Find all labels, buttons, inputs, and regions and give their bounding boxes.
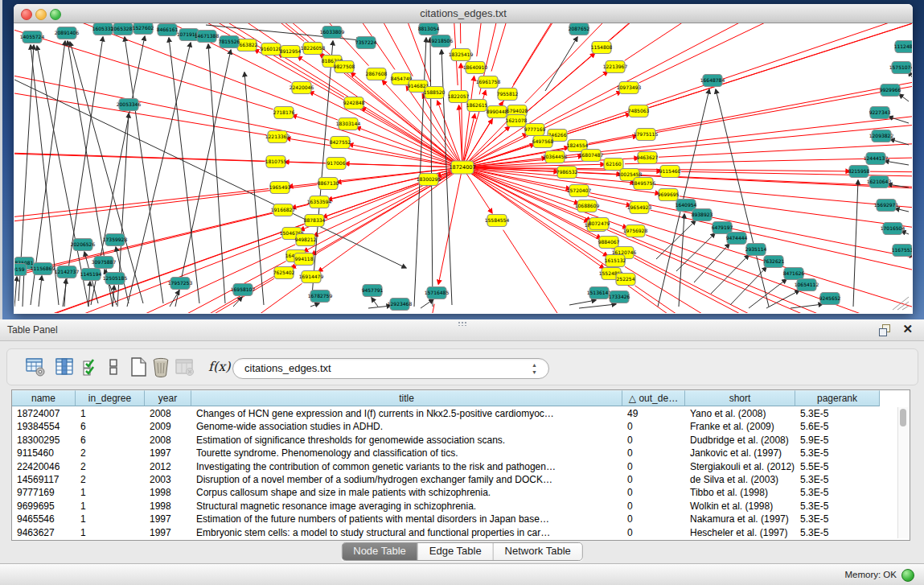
black-edge[interactable] bbox=[88, 282, 90, 307]
graph-node[interactable]: 9498212 bbox=[295, 234, 317, 246]
graph-node[interactable]: 8990448 bbox=[487, 106, 508, 118]
table-settings-icon[interactable] bbox=[25, 356, 46, 377]
graph-node[interactable]: 15692971 bbox=[874, 200, 899, 212]
graph-node[interactable]: 1145194 bbox=[80, 269, 102, 281]
graph-node[interactable]: 7986532 bbox=[556, 167, 578, 179]
graph-node[interactable]: 14671388 bbox=[195, 31, 220, 43]
black-edge[interactable] bbox=[569, 300, 596, 305]
red-edge[interactable] bbox=[14, 185, 317, 253]
graph-node[interactable]: 16807487 bbox=[579, 150, 604, 162]
graph-node[interactable]: 917006 bbox=[326, 158, 346, 170]
graph-node[interactable]: 15584554 bbox=[485, 215, 510, 227]
function-builder-icon[interactable]: f(x) bbox=[208, 359, 230, 374]
tab-network-table[interactable]: Network Table bbox=[494, 543, 582, 560]
graph-node[interactable]: 8867130 bbox=[318, 178, 339, 190]
graph-node[interactable]: 12505185 bbox=[103, 273, 128, 285]
graph-node[interactable]: 9160128 bbox=[261, 43, 282, 56]
splitter-grip[interactable] bbox=[458, 321, 467, 326]
graph-node[interactable]: 16958107 bbox=[231, 284, 256, 296]
red-edge[interactable] bbox=[610, 228, 912, 313]
graph-node[interactable]: 8471626 bbox=[783, 268, 805, 280]
table-row[interactable]: 946554611997Estimation of the future num… bbox=[12, 513, 880, 525]
graph-node[interactable]: 18495756 bbox=[631, 178, 656, 190]
graph-node[interactable]: 16914479 bbox=[299, 271, 324, 283]
resize-grip-icon[interactable] bbox=[902, 306, 909, 310]
graph-node[interactable]: 19218506 bbox=[429, 35, 454, 47]
red-edge[interactable] bbox=[513, 23, 841, 84]
red-edge[interactable] bbox=[356, 127, 462, 167]
black-edge[interactable] bbox=[579, 304, 616, 308]
graph-node[interactable]: 1615132 bbox=[605, 255, 626, 267]
graph-node[interactable]: 12213967 bbox=[603, 61, 628, 73]
table-row[interactable]: 977716911998Corpus callosum shape and si… bbox=[12, 486, 880, 499]
row-pair-icon[interactable] bbox=[107, 356, 120, 377]
graph-node[interactable]: 9463627 bbox=[637, 152, 659, 164]
column-header-year[interactable]: year bbox=[145, 390, 191, 406]
graph-node[interactable]: 18300295 bbox=[417, 174, 441, 186]
graph-node[interactable]: 17016504 bbox=[881, 223, 906, 235]
graph-node[interactable]: 20206526 bbox=[71, 239, 96, 251]
black-edge[interactable] bbox=[895, 208, 909, 212]
graph-node[interactable]: 30975887 bbox=[92, 257, 117, 269]
graph-node[interactable]: 10654112 bbox=[795, 279, 819, 291]
black-edge[interactable] bbox=[169, 38, 199, 303]
graph-node[interactable]: 16033809 bbox=[320, 27, 345, 39]
graph-node[interactable]: 18724007 bbox=[449, 161, 475, 174]
graph-node[interactable]: 17957253 bbox=[168, 278, 193, 290]
graph-node[interactable]: 7485063 bbox=[628, 105, 650, 117]
graph-node[interactable]: 22420046 bbox=[290, 82, 314, 94]
graph-node[interactable]: 1862615 bbox=[466, 100, 488, 112]
black-edge[interactable] bbox=[14, 277, 17, 307]
graph-node[interactable]: 11156869 bbox=[31, 263, 55, 275]
graph-node[interactable]: 252254 bbox=[616, 274, 635, 286]
black-edge[interactable] bbox=[125, 37, 163, 303]
table-row[interactable]: 2242004622012Investigating the contribut… bbox=[12, 460, 880, 473]
red-edge[interactable] bbox=[607, 230, 912, 313]
trash-icon[interactable] bbox=[150, 356, 171, 377]
black-edge[interactable] bbox=[372, 298, 378, 307]
graph-node[interactable]: 994118 bbox=[294, 253, 314, 266]
graph-node[interactable]: 17359928 bbox=[103, 234, 128, 246]
graph-node[interactable]: 7955812 bbox=[497, 89, 519, 101]
red-edge[interactable] bbox=[462, 167, 850, 171]
black-edge[interactable] bbox=[39, 276, 42, 307]
red-edge[interactable] bbox=[310, 92, 462, 167]
graph-node[interactable]: 9115460 bbox=[659, 166, 681, 178]
graph-node[interactable]: 20364456 bbox=[543, 151, 568, 163]
graph-node[interactable]: 7357224 bbox=[355, 37, 377, 49]
graph-node[interactable]: 12093822 bbox=[869, 130, 894, 142]
table-row[interactable]: 1830029562008Estimation of significance … bbox=[12, 434, 880, 447]
tab-edge-table[interactable]: Edge Table bbox=[418, 543, 494, 560]
black-edge[interactable] bbox=[310, 303, 319, 307]
black-edge[interactable] bbox=[716, 89, 769, 307]
scrollbar-thumb[interactable] bbox=[900, 409, 906, 426]
red-edge[interactable] bbox=[14, 23, 329, 140]
graph-node[interactable]: 1733426 bbox=[609, 291, 630, 303]
table-vertical-scrollbar[interactable] bbox=[897, 407, 908, 538]
red-edge[interactable] bbox=[625, 23, 912, 60]
graph-node[interactable]: 19756928 bbox=[623, 225, 648, 237]
black-edge[interactable] bbox=[885, 161, 909, 165]
graph-node[interactable]: 12444137 bbox=[864, 153, 889, 165]
graph-node[interactable]: 18303144 bbox=[336, 118, 361, 130]
graph-node[interactable]: 8878334 bbox=[304, 215, 326, 227]
graph-node[interactable]: 9242848 bbox=[343, 97, 365, 109]
graph-node[interactable]: 16782759 bbox=[308, 290, 333, 303]
graph-node[interactable]: 9227343 bbox=[869, 107, 891, 119]
red-edge[interactable] bbox=[361, 108, 462, 167]
graph-node[interactable]: 7815526 bbox=[219, 36, 240, 48]
black-edge[interactable] bbox=[890, 139, 909, 145]
graph-node[interactable]: 9777169 bbox=[524, 124, 546, 136]
graph-node[interactable]: 8938923 bbox=[692, 209, 713, 221]
red-edge[interactable] bbox=[452, 23, 461, 43]
red-edge[interactable] bbox=[639, 23, 912, 83]
graph-node[interactable]: 15716485 bbox=[425, 287, 450, 299]
graph-node[interactable]: 1112484 bbox=[894, 41, 912, 53]
graph-node[interactable]: 8912954 bbox=[280, 46, 302, 58]
graph-node[interactable]: 18226058 bbox=[301, 43, 326, 55]
graph-node[interactable]: 9929966 bbox=[880, 84, 901, 97]
show-column-icon[interactable] bbox=[54, 356, 75, 377]
graph-node[interactable]: 8427552 bbox=[330, 137, 351, 149]
table-row[interactable]: 1872400712008Changes of HCN gene express… bbox=[12, 407, 880, 420]
red-edge[interactable] bbox=[462, 167, 604, 269]
